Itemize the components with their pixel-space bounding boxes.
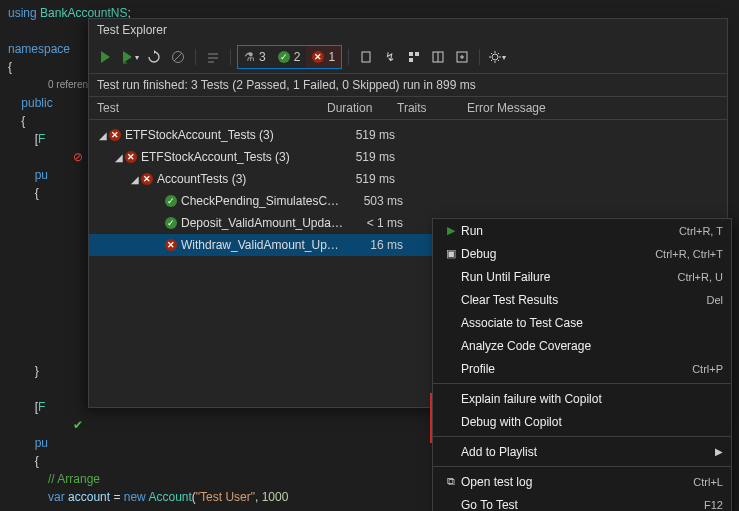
svg-line-19 [491, 53, 492, 54]
ctx-coverage[interactable]: Analyze Code Coverage [433, 334, 731, 357]
filter-button[interactable] [355, 46, 377, 68]
test-label: CheckPending_SimulatesCalcul... [181, 194, 345, 208]
test-label: ETFStockAccount_Tests (3) [141, 150, 337, 164]
svg-line-20 [498, 60, 499, 61]
run-all-button[interactable] [95, 46, 117, 68]
fail-icon: ✕ [312, 51, 324, 63]
svg-line-22 [498, 53, 499, 54]
ctx-debug[interactable]: ▣DebugCtrl+R, Ctrl+T [433, 242, 731, 265]
ctx-goto[interactable]: Go To TestF12 [433, 493, 731, 511]
expander-icon[interactable]: ◢ [97, 130, 109, 141]
test-duration: 519 ms [337, 150, 407, 164]
svg-rect-3 [208, 57, 218, 59]
svg-rect-2 [208, 53, 218, 55]
flask-icon: ⚗ [244, 50, 255, 64]
svg-rect-6 [409, 52, 413, 56]
ctx-explain-copilot[interactable]: Explain failure with Copilot [433, 387, 731, 410]
test-duration: 519 ms [337, 128, 407, 142]
test-row[interactable]: ✓CheckPending_SimulatesCalcul...503 ms [89, 190, 727, 212]
context-menu: ▶RunCtrl+R, T ▣DebugCtrl+R, Ctrl+T Run U… [432, 218, 732, 511]
submenu-arrow-icon: ▶ [715, 446, 723, 457]
col-duration[interactable]: Duration [327, 101, 397, 115]
run-button[interactable]: ▾ [119, 46, 141, 68]
ctx-associate[interactable]: Associate to Test Case [433, 311, 731, 334]
test-duration: < 1 ms [345, 216, 415, 230]
play-icon: ▶ [441, 224, 461, 237]
fail-icon: ✕ [109, 129, 121, 141]
svg-rect-7 [415, 52, 419, 56]
test-label: Deposit_ValidAmount_Updates... [181, 216, 345, 230]
col-test[interactable]: Test [97, 101, 327, 115]
test-duration: 503 ms [345, 194, 415, 208]
svg-line-21 [491, 60, 492, 61]
test-label: ETFStockAccount_Tests (3) [125, 128, 337, 142]
svg-rect-5 [362, 52, 370, 62]
debug-icon: ▣ [441, 247, 461, 260]
test-row[interactable]: ◢✕AccountTests (3)519 ms [89, 168, 727, 190]
pass-icon: ✓ [165, 217, 177, 229]
pass-icon: ✓ [165, 195, 177, 207]
repeat-button[interactable] [143, 46, 165, 68]
svg-line-1 [174, 53, 182, 61]
panel-title: Test Explorer [89, 19, 727, 41]
ctx-run[interactable]: ▶RunCtrl+R, T [433, 219, 731, 242]
col-traits[interactable]: Traits [397, 101, 467, 115]
fail-icon: ✕ [141, 173, 153, 185]
playlist-button[interactable] [202, 46, 224, 68]
column-headers: Test Duration Traits Error Message [89, 97, 727, 120]
test-label: AccountTests (3) [157, 172, 337, 186]
svg-point-14 [492, 54, 498, 60]
status-line: Test run finished: 3 Tests (2 Passed, 1 … [89, 74, 727, 97]
pass-icon: ✓ [278, 51, 290, 63]
ctx-log[interactable]: ⧉Open test logCtrl+L [433, 470, 731, 493]
expander-icon[interactable]: ◢ [113, 152, 125, 163]
test-row[interactable]: ◢✕ETFStockAccount_Tests (3)519 ms [89, 146, 727, 168]
group-button[interactable] [403, 46, 425, 68]
test-label: Withdraw_ValidAmount_Update... [181, 238, 345, 252]
test-duration: 519 ms [337, 172, 407, 186]
ctx-clear[interactable]: Clear Test ResultsDel [433, 288, 731, 311]
svg-rect-4 [208, 61, 214, 63]
expand-button[interactable] [451, 46, 473, 68]
diagnostics-button[interactable]: ↯ [379, 46, 401, 68]
ctx-debug-copilot[interactable]: Debug with Copilot [433, 410, 731, 433]
test-counters[interactable]: ⚗3 ✓2 ✕1 [237, 45, 342, 69]
columns-button[interactable] [427, 46, 449, 68]
test-duration: 16 ms [345, 238, 415, 252]
expander-icon[interactable]: ◢ [129, 174, 141, 185]
ctx-run-until[interactable]: Run Until FailureCtrl+R, U [433, 265, 731, 288]
toolbar: ▾ ⚗3 ✓2 ✕1 ↯ ▾ [89, 41, 727, 74]
test-row[interactable]: ◢✕ETFStockAccount_Tests (3)519 ms [89, 124, 727, 146]
ctx-playlist[interactable]: Add to Playlist▶ [433, 440, 731, 463]
log-icon: ⧉ [441, 475, 461, 488]
svg-rect-8 [409, 58, 413, 62]
ctx-profile[interactable]: ProfileCtrl+P [433, 357, 731, 380]
settings-button[interactable]: ▾ [486, 46, 508, 68]
col-error[interactable]: Error Message [467, 101, 719, 115]
stop-button[interactable] [167, 46, 189, 68]
fail-icon: ✕ [165, 239, 177, 251]
fail-icon: ✕ [125, 151, 137, 163]
